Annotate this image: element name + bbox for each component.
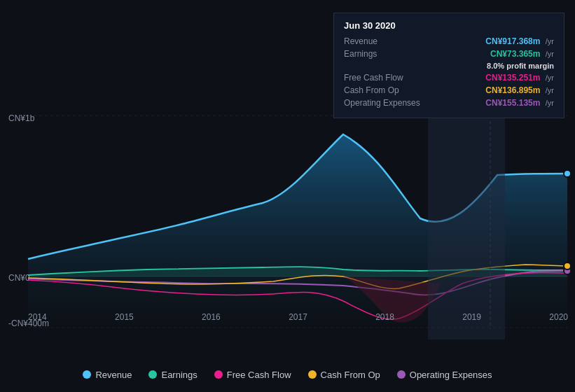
legend-earnings[interactable]: Earnings <box>148 370 197 380</box>
tooltip-opex-value: CN¥155.135m /yr <box>485 98 554 108</box>
tooltip-earnings-label: Earnings <box>344 49 377 59</box>
x-label-2016: 2016 <box>202 312 221 322</box>
legend-cashop-label: Cash From Op <box>321 370 380 380</box>
tooltip-title: Jun 30 2020 <box>344 20 554 31</box>
tooltip-fcf-value: CN¥135.251m /yr <box>485 73 554 83</box>
tooltip-margin-row: 8.0% profit margin <box>344 62 554 70</box>
revenue-dot <box>564 170 571 177</box>
x-label-2015: 2015 <box>115 312 134 322</box>
x-label-2017: 2017 <box>289 312 307 322</box>
tooltip-cashop-row: Cash From Op CN¥136.895m /yr <box>344 85 554 95</box>
legend-fcf-dot <box>214 370 223 379</box>
legend-revenue-label: Revenue <box>95 370 132 380</box>
legend: Revenue Earnings Free Cash Flow Cash Fro… <box>0 357 575 392</box>
legend-earnings-dot <box>148 370 157 379</box>
tooltip-fcf-label: Free Cash Flow <box>344 73 403 83</box>
shade-2020 <box>428 115 505 340</box>
legend-opex-dot <box>397 370 406 379</box>
x-label-2020: 2020 <box>549 312 568 322</box>
cashop-dot <box>564 262 571 270</box>
tooltip-fcf-row: Free Cash Flow CN¥135.251m /yr <box>344 73 554 83</box>
legend-revenue[interactable]: Revenue <box>83 370 132 380</box>
tooltip-cashop-value: CN¥136.895m /yr <box>485 85 554 95</box>
tooltip-revenue-row: Revenue CN¥917.368m /yr <box>344 36 554 46</box>
tooltip-panel: Jun 30 2020 Revenue CN¥917.368m /yr Earn… <box>333 13 564 118</box>
tooltip-earnings-row: Earnings CN¥73.365m /yr <box>344 49 554 59</box>
x-label-2019: 2019 <box>462 312 481 322</box>
legend-earnings-label: Earnings <box>161 370 197 380</box>
y-label-top: CN¥1b <box>8 113 34 123</box>
legend-fcf[interactable]: Free Cash Flow <box>214 370 291 380</box>
tooltip-margin-value: 8.0% profit margin <box>487 62 554 70</box>
tooltip-revenue-value: CN¥917.368m /yr <box>485 36 554 46</box>
tooltip-opex-label: Operating Expenses <box>344 98 420 108</box>
legend-fcf-label: Free Cash Flow <box>227 370 291 380</box>
tooltip-revenue-label: Revenue <box>344 36 377 46</box>
legend-revenue-dot <box>83 370 91 379</box>
tooltip-opex-row: Operating Expenses CN¥155.135m /yr <box>344 98 554 108</box>
x-labels: 2014 2015 2016 2017 2018 2019 2020 <box>28 312 568 322</box>
legend-cashop[interactable]: Cash From Op <box>308 370 380 380</box>
tooltip-earnings-value: CN¥73.365m /yr <box>490 49 554 59</box>
x-label-2014: 2014 <box>28 312 47 322</box>
legend-opex[interactable]: Operating Expenses <box>397 370 492 380</box>
y-label-mid: CN¥0 <box>8 273 30 283</box>
legend-opex-label: Operating Expenses <box>410 370 492 380</box>
tooltip-cashop-label: Cash From Op <box>344 85 399 95</box>
legend-cashop-dot <box>308 370 317 379</box>
x-label-2018: 2018 <box>375 312 394 322</box>
